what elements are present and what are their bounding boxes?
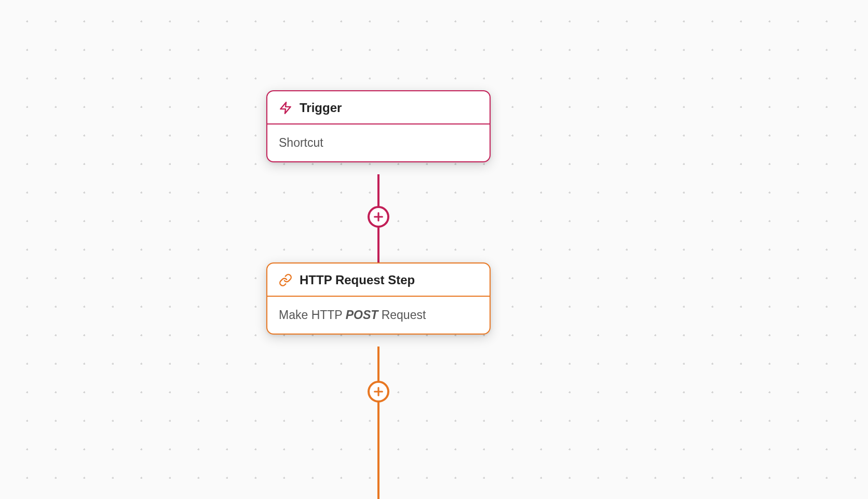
node-title: Trigger [300, 101, 342, 115]
node-header: HTTP Request Step [267, 264, 490, 297]
trigger-node[interactable]: Trigger Shortcut [266, 90, 491, 162]
add-step-button[interactable] [368, 381, 389, 403]
node-title: HTTP Request Step [300, 273, 415, 287]
svg-marker-0 [280, 102, 291, 114]
node-body-emph: POST [346, 308, 378, 322]
node-header: Trigger [267, 91, 490, 124]
connector-line [377, 346, 379, 499]
node-body-post: Request [378, 308, 426, 322]
workflow-canvas[interactable]: Trigger Shortcut HTTP Request Step Make … [0, 0, 868, 499]
http-request-node[interactable]: HTTP Request Step Make HTTP POST Request [266, 262, 491, 335]
add-step-button[interactable] [368, 206, 389, 228]
node-body: Shortcut [267, 124, 490, 161]
link-icon [279, 273, 292, 287]
node-body-pre: Make HTTP [279, 308, 346, 322]
lightning-icon [279, 101, 292, 115]
node-body: Make HTTP POST Request [267, 297, 490, 334]
node-body-text: Shortcut [279, 136, 323, 149]
